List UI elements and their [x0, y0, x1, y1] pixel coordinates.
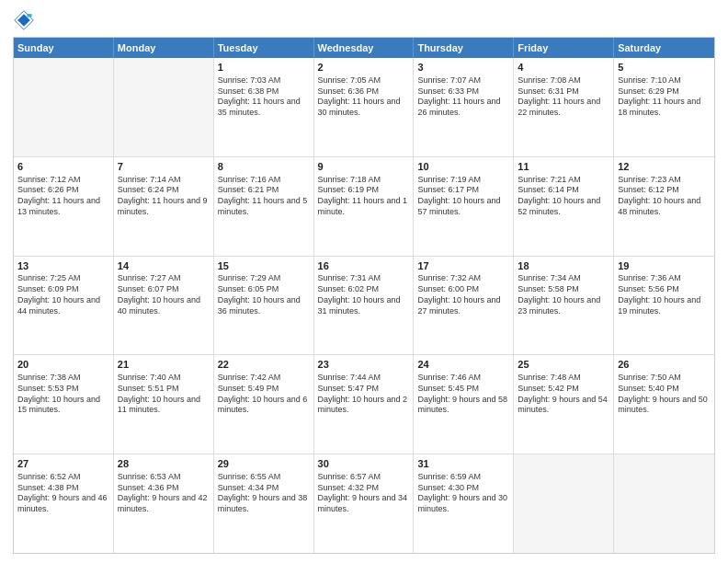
calendar-row-1: 1Sunrise: 7:03 AM Sunset: 6:38 PM Daylig… [14, 58, 714, 157]
cell-content: Sunrise: 7:08 AM Sunset: 6:31 PM Dayligh… [518, 75, 609, 119]
day-number: 10 [417, 160, 509, 174]
calendar-body: 1Sunrise: 7:03 AM Sunset: 6:38 PM Daylig… [14, 58, 714, 553]
calendar-cell-r1-c6: 4Sunrise: 7:08 AM Sunset: 6:31 PM Daylig… [514, 58, 614, 156]
day-number: 28 [118, 457, 210, 471]
logo [13, 9, 37, 31]
day-number: 25 [518, 358, 609, 372]
calendar-cell-r2-c1: 6Sunrise: 7:12 AM Sunset: 6:26 PM Daylig… [14, 157, 114, 256]
calendar-cell-r5-c7 [614, 454, 714, 553]
calendar-cell-r2-c7: 12Sunrise: 7:23 AM Sunset: 6:12 PM Dayli… [614, 157, 714, 256]
day-number: 9 [318, 160, 410, 174]
header-thursday: Thursday [414, 38, 514, 58]
calendar-cell-r3-c7: 19Sunrise: 7:36 AM Sunset: 5:56 PM Dayli… [614, 257, 714, 355]
cell-content: Sunrise: 6:57 AM Sunset: 4:32 PM Dayligh… [318, 472, 410, 515]
cell-content: Sunrise: 7:29 AM Sunset: 6:05 PM Dayligh… [218, 273, 310, 316]
header-monday: Monday [114, 38, 214, 58]
day-number: 5 [618, 61, 711, 75]
calendar-cell-r1-c2 [114, 58, 214, 156]
day-number: 24 [417, 358, 509, 372]
cell-content: Sunrise: 6:53 AM Sunset: 4:36 PM Dayligh… [118, 472, 210, 515]
day-number: 26 [618, 358, 711, 372]
cell-content: Sunrise: 7:21 AM Sunset: 6:14 PM Dayligh… [518, 175, 609, 218]
day-number: 20 [17, 358, 109, 372]
cell-content: Sunrise: 7:25 AM Sunset: 6:09 PM Dayligh… [17, 273, 109, 316]
cell-content: Sunrise: 7:32 AM Sunset: 6:00 PM Dayligh… [417, 273, 509, 316]
cell-content: Sunrise: 6:52 AM Sunset: 4:38 PM Dayligh… [17, 472, 109, 515]
day-number: 2 [318, 61, 410, 75]
calendar-cell-r1-c3: 1Sunrise: 7:03 AM Sunset: 6:38 PM Daylig… [214, 58, 314, 156]
calendar-cell-r5-c2: 28Sunrise: 6:53 AM Sunset: 4:36 PM Dayli… [114, 454, 214, 553]
calendar-cell-r2-c4: 9Sunrise: 7:18 AM Sunset: 6:19 PM Daylig… [314, 157, 415, 256]
calendar-cell-r3-c3: 15Sunrise: 7:29 AM Sunset: 6:05 PM Dayli… [214, 257, 314, 355]
cell-content: Sunrise: 7:36 AM Sunset: 5:56 PM Dayligh… [618, 273, 711, 316]
calendar-cell-r4-c2: 21Sunrise: 7:40 AM Sunset: 5:51 PM Dayli… [114, 355, 214, 454]
calendar-cell-r3-c1: 13Sunrise: 7:25 AM Sunset: 6:09 PM Dayli… [14, 257, 114, 355]
cell-content: Sunrise: 6:59 AM Sunset: 4:30 PM Dayligh… [417, 472, 509, 515]
cell-content: Sunrise: 7:42 AM Sunset: 5:49 PM Dayligh… [218, 373, 310, 416]
calendar-cell-r5-c6 [514, 454, 614, 553]
cell-content: Sunrise: 7:16 AM Sunset: 6:21 PM Dayligh… [218, 175, 310, 218]
cell-content: Sunrise: 7:14 AM Sunset: 6:24 PM Dayligh… [118, 175, 210, 218]
day-number: 17 [417, 259, 509, 273]
cell-content: Sunrise: 7:18 AM Sunset: 6:19 PM Dayligh… [318, 175, 410, 218]
calendar-cell-r3-c6: 18Sunrise: 7:34 AM Sunset: 5:58 PM Dayli… [514, 257, 614, 355]
calendar-cell-r1-c7: 5Sunrise: 7:10 AM Sunset: 6:29 PM Daylig… [614, 58, 714, 156]
day-number: 15 [218, 259, 310, 273]
cell-content: Sunrise: 6:55 AM Sunset: 4:34 PM Dayligh… [218, 472, 310, 515]
cell-content: Sunrise: 7:03 AM Sunset: 6:38 PM Dayligh… [218, 75, 310, 119]
calendar-cell-r2-c6: 11Sunrise: 7:21 AM Sunset: 6:14 PM Dayli… [514, 157, 614, 256]
calendar-cell-r4-c4: 23Sunrise: 7:44 AM Sunset: 5:47 PM Dayli… [314, 355, 415, 454]
cell-content: Sunrise: 7:38 AM Sunset: 5:53 PM Dayligh… [17, 373, 109, 416]
day-number: 8 [218, 160, 310, 174]
day-number: 7 [118, 160, 210, 174]
calendar-header-row: Sunday Monday Tuesday Wednesday Thursday… [14, 38, 714, 58]
cell-content: Sunrise: 7:31 AM Sunset: 6:02 PM Dayligh… [318, 273, 410, 316]
day-number: 11 [518, 160, 609, 174]
calendar-cell-r5-c1: 27Sunrise: 6:52 AM Sunset: 4:38 PM Dayli… [14, 454, 114, 553]
calendar-cell-r1-c4: 2Sunrise: 7:05 AM Sunset: 6:36 PM Daylig… [314, 58, 415, 156]
header-saturday: Saturday [614, 38, 714, 58]
cell-content: Sunrise: 7:34 AM Sunset: 5:58 PM Dayligh… [518, 273, 609, 316]
cell-content: Sunrise: 7:05 AM Sunset: 6:36 PM Dayligh… [318, 75, 410, 119]
calendar-cell-r4-c5: 24Sunrise: 7:46 AM Sunset: 5:45 PM Dayli… [414, 355, 514, 454]
header-sunday: Sunday [14, 38, 114, 58]
day-number: 14 [118, 259, 210, 273]
calendar-cell-r2-c2: 7Sunrise: 7:14 AM Sunset: 6:24 PM Daylig… [114, 157, 214, 256]
calendar-cell-r2-c3: 8Sunrise: 7:16 AM Sunset: 6:21 PM Daylig… [214, 157, 314, 256]
day-number: 12 [618, 160, 711, 174]
cell-content: Sunrise: 7:10 AM Sunset: 6:29 PM Dayligh… [618, 75, 711, 119]
calendar-cell-r3-c2: 14Sunrise: 7:27 AM Sunset: 6:07 PM Dayli… [114, 257, 214, 355]
day-number: 13 [17, 259, 109, 273]
calendar: Sunday Monday Tuesday Wednesday Thursday… [13, 37, 715, 554]
calendar-cell-r4-c3: 22Sunrise: 7:42 AM Sunset: 5:49 PM Dayli… [214, 355, 314, 454]
cell-content: Sunrise: 7:50 AM Sunset: 5:40 PM Dayligh… [618, 373, 711, 416]
day-number: 21 [118, 358, 210, 372]
calendar-cell-r3-c4: 16Sunrise: 7:31 AM Sunset: 6:02 PM Dayli… [314, 257, 415, 355]
calendar-cell-r1-c5: 3Sunrise: 7:07 AM Sunset: 6:33 PM Daylig… [414, 58, 514, 156]
calendar-cell-r5-c3: 29Sunrise: 6:55 AM Sunset: 4:34 PM Dayli… [214, 454, 314, 553]
day-number: 30 [318, 457, 410, 471]
calendar-row-4: 20Sunrise: 7:38 AM Sunset: 5:53 PM Dayli… [14, 355, 714, 454]
cell-content: Sunrise: 7:48 AM Sunset: 5:42 PM Dayligh… [518, 373, 609, 416]
calendar-cell-r2-c5: 10Sunrise: 7:19 AM Sunset: 6:17 PM Dayli… [414, 157, 514, 256]
header-tuesday: Tuesday [214, 38, 314, 58]
day-number: 18 [518, 259, 609, 273]
header-wednesday: Wednesday [314, 38, 415, 58]
svg-marker-2 [27, 14, 31, 17]
day-number: 19 [618, 259, 711, 273]
cell-content: Sunrise: 7:46 AM Sunset: 5:45 PM Dayligh… [417, 373, 509, 416]
cell-content: Sunrise: 7:23 AM Sunset: 6:12 PM Dayligh… [618, 175, 711, 218]
calendar-cell-r4-c1: 20Sunrise: 7:38 AM Sunset: 5:53 PM Dayli… [14, 355, 114, 454]
cell-content: Sunrise: 7:27 AM Sunset: 6:07 PM Dayligh… [118, 273, 210, 316]
day-number: 27 [17, 457, 109, 471]
day-number: 29 [218, 457, 310, 471]
calendar-row-3: 13Sunrise: 7:25 AM Sunset: 6:09 PM Dayli… [14, 257, 714, 356]
calendar-cell-r1-c1 [14, 58, 114, 156]
calendar-cell-r5-c5: 31Sunrise: 6:59 AM Sunset: 4:30 PM Dayli… [414, 454, 514, 553]
cell-content: Sunrise: 7:12 AM Sunset: 6:26 PM Dayligh… [17, 175, 109, 218]
day-number: 31 [417, 457, 509, 471]
day-number: 3 [417, 61, 509, 75]
day-number: 1 [218, 61, 310, 75]
calendar-cell-r3-c5: 17Sunrise: 7:32 AM Sunset: 6:00 PM Dayli… [414, 257, 514, 355]
calendar-row-2: 6Sunrise: 7:12 AM Sunset: 6:26 PM Daylig… [14, 157, 714, 257]
